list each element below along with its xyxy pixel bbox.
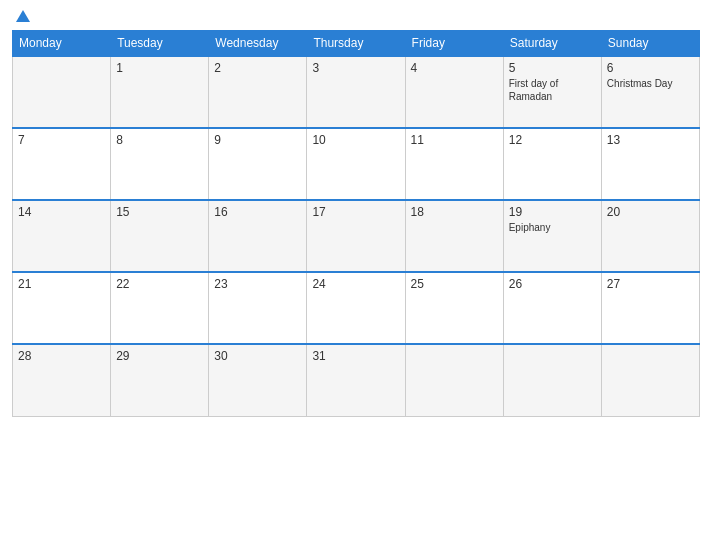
day-cell: 3 xyxy=(307,56,405,128)
day-cell xyxy=(13,56,111,128)
day-cell: 31 xyxy=(307,344,405,416)
logo-triangle-icon xyxy=(16,10,30,22)
calendar-table: MondayTuesdayWednesdayThursdayFridaySatu… xyxy=(12,30,700,417)
day-cell: 2 xyxy=(209,56,307,128)
day-cell: 23 xyxy=(209,272,307,344)
day-cell: 13 xyxy=(601,128,699,200)
event-label: First day of Ramadan xyxy=(509,77,596,103)
col-header-friday: Friday xyxy=(405,31,503,57)
day-cell: 8 xyxy=(111,128,209,200)
day-number: 20 xyxy=(607,205,694,219)
day-number: 12 xyxy=(509,133,596,147)
day-cell: 25 xyxy=(405,272,503,344)
day-cell: 30 xyxy=(209,344,307,416)
day-cell: 4 xyxy=(405,56,503,128)
day-number: 13 xyxy=(607,133,694,147)
day-number: 5 xyxy=(509,61,596,75)
day-number: 2 xyxy=(214,61,301,75)
logo xyxy=(12,10,30,24)
day-number: 15 xyxy=(116,205,203,219)
col-header-thursday: Thursday xyxy=(307,31,405,57)
day-number: 18 xyxy=(411,205,498,219)
col-header-saturday: Saturday xyxy=(503,31,601,57)
day-cell: 15 xyxy=(111,200,209,272)
day-number: 16 xyxy=(214,205,301,219)
day-cell: 20 xyxy=(601,200,699,272)
day-cell: 24 xyxy=(307,272,405,344)
week-row-3: 141516171819Epiphany20 xyxy=(13,200,700,272)
day-number: 6 xyxy=(607,61,694,75)
day-number: 25 xyxy=(411,277,498,291)
day-number: 29 xyxy=(116,349,203,363)
day-number: 22 xyxy=(116,277,203,291)
calendar-wrapper: MondayTuesdayWednesdayThursdayFridaySatu… xyxy=(0,0,712,550)
day-number: 26 xyxy=(509,277,596,291)
day-number: 7 xyxy=(18,133,105,147)
day-number: 23 xyxy=(214,277,301,291)
day-number: 28 xyxy=(18,349,105,363)
day-number: 24 xyxy=(312,277,399,291)
day-cell: 11 xyxy=(405,128,503,200)
day-cell xyxy=(601,344,699,416)
day-cell: 12 xyxy=(503,128,601,200)
day-number: 1 xyxy=(116,61,203,75)
header-row: MondayTuesdayWednesdayThursdayFridaySatu… xyxy=(13,31,700,57)
day-cell: 27 xyxy=(601,272,699,344)
day-cell: 26 xyxy=(503,272,601,344)
day-cell: 7 xyxy=(13,128,111,200)
day-cell: 28 xyxy=(13,344,111,416)
day-cell: 6Christmas Day xyxy=(601,56,699,128)
col-header-tuesday: Tuesday xyxy=(111,31,209,57)
event-label: Christmas Day xyxy=(607,77,694,90)
day-cell: 5First day of Ramadan xyxy=(503,56,601,128)
day-cell: 22 xyxy=(111,272,209,344)
day-number: 19 xyxy=(509,205,596,219)
day-number: 3 xyxy=(312,61,399,75)
day-number: 30 xyxy=(214,349,301,363)
calendar-header xyxy=(12,10,700,24)
day-cell xyxy=(405,344,503,416)
day-cell: 29 xyxy=(111,344,209,416)
day-cell: 18 xyxy=(405,200,503,272)
day-cell: 14 xyxy=(13,200,111,272)
col-header-wednesday: Wednesday xyxy=(209,31,307,57)
day-number: 9 xyxy=(214,133,301,147)
col-header-sunday: Sunday xyxy=(601,31,699,57)
day-cell: 21 xyxy=(13,272,111,344)
week-row-4: 21222324252627 xyxy=(13,272,700,344)
day-number: 31 xyxy=(312,349,399,363)
day-number: 8 xyxy=(116,133,203,147)
day-number: 11 xyxy=(411,133,498,147)
day-number: 14 xyxy=(18,205,105,219)
day-cell: 10 xyxy=(307,128,405,200)
day-cell: 1 xyxy=(111,56,209,128)
day-number: 21 xyxy=(18,277,105,291)
week-row-5: 28293031 xyxy=(13,344,700,416)
day-number: 4 xyxy=(411,61,498,75)
week-row-2: 78910111213 xyxy=(13,128,700,200)
day-number: 17 xyxy=(312,205,399,219)
day-cell: 19Epiphany xyxy=(503,200,601,272)
event-label: Epiphany xyxy=(509,221,596,234)
day-cell: 17 xyxy=(307,200,405,272)
day-cell: 9 xyxy=(209,128,307,200)
day-number: 10 xyxy=(312,133,399,147)
col-header-monday: Monday xyxy=(13,31,111,57)
day-cell xyxy=(503,344,601,416)
day-cell: 16 xyxy=(209,200,307,272)
week-row-1: 12345First day of Ramadan6Christmas Day xyxy=(13,56,700,128)
day-number: 27 xyxy=(607,277,694,291)
